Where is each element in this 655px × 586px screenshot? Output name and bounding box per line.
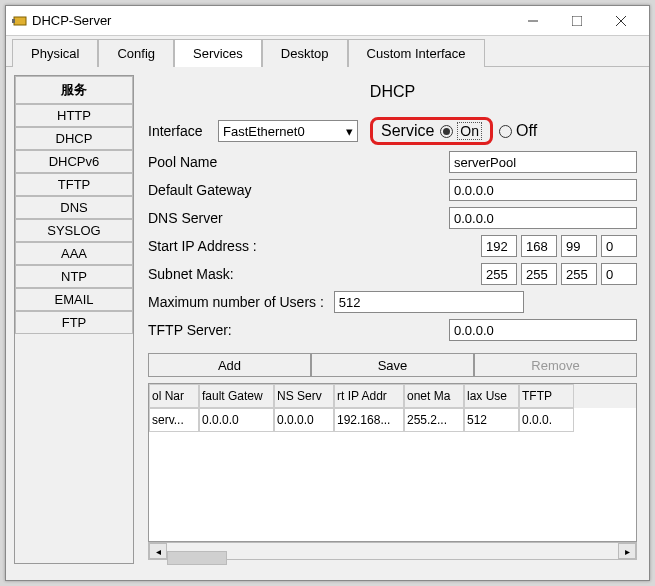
sidebar-item-dhcp[interactable]: DHCP [15,127,133,150]
cell-tftp: 0.0.0. [519,408,574,432]
th-pool-name[interactable]: ol Nar [149,384,199,408]
start-ip-group [481,235,637,257]
svg-rect-1 [12,19,15,23]
tab-config[interactable]: Config [98,39,174,67]
cell-start-ip: 192.168... [334,408,404,432]
pool-name-label: Pool Name [148,154,348,170]
cell-pool-name: serv... [149,408,199,432]
tab-desktop[interactable]: Desktop [262,39,348,67]
off-label: Off [516,122,537,140]
sidebar-header: 服务 [15,76,133,104]
services-sidebar: 服务 HTTP DHCP DHCPv6 TFTP DNS SYSLOG AAA … [14,75,134,564]
main-panel: DHCP Interface FastEthernet0 ▾ Service O… [144,75,641,564]
add-button[interactable]: Add [148,353,311,377]
tab-physical[interactable]: Physical [12,39,98,67]
interface-row: Interface FastEthernet0 ▾ Service On [148,117,637,145]
button-row: Add Save Remove [148,353,637,377]
chevron-down-icon: ▾ [346,124,353,139]
cell-dns: 0.0.0.0 [274,408,334,432]
radio-on[interactable]: On [440,122,482,140]
interface-label: Interface [148,123,218,139]
service-label: Service [381,122,434,140]
svg-rect-0 [14,17,26,25]
sidebar-item-dhcpv6[interactable]: DHCPv6 [15,150,133,173]
start-ip-2[interactable] [521,235,557,257]
on-label: On [457,122,482,140]
tftp-label: TFTP Server: [148,322,348,338]
start-ip-row: Start IP Address : [148,235,637,257]
close-button[interactable] [599,7,643,35]
cell-subnet: 255.2... [404,408,464,432]
th-subnet[interactable]: onet Ma [404,384,464,408]
tftp-input[interactable] [449,319,637,341]
tftp-row: TFTP Server: [148,319,637,341]
sidebar-item-dns[interactable]: DNS [15,196,133,219]
subnet-1[interactable] [481,263,517,285]
interface-value: FastEthernet0 [223,124,305,139]
start-ip-label: Start IP Address : [148,238,348,254]
dns-row: DNS Server [148,207,637,229]
dns-input[interactable] [449,207,637,229]
tab-bar: Physical Config Services Desktop Custom … [6,36,649,66]
gateway-row: Default Gateway [148,179,637,201]
subnet-label: Subnet Mask: [148,266,348,282]
sidebar-item-ntp[interactable]: NTP [15,265,133,288]
tab-custom-interface[interactable]: Custom Interface [348,39,485,67]
sidebar-item-ftp[interactable]: FTP [15,311,133,334]
radio-off[interactable]: Off [499,122,537,140]
subnet-4[interactable] [601,263,637,285]
start-ip-4[interactable] [601,235,637,257]
panel-title: DHCP [148,83,637,101]
table-row[interactable]: serv... 0.0.0.0 0.0.0.0 192.168... 255.2… [149,408,636,432]
max-users-input[interactable] [334,291,524,313]
pool-name-row: Pool Name [148,151,637,173]
start-ip-3[interactable] [561,235,597,257]
th-dns[interactable]: NS Serv [274,384,334,408]
radio-off-icon [499,125,512,138]
subnet-2[interactable] [521,263,557,285]
svg-rect-3 [572,16,582,26]
th-start-ip[interactable]: rt IP Addr [334,384,404,408]
cell-max: 512 [464,408,519,432]
pool-table: ol Nar fault Gatew NS Serv rt IP Addr on… [148,383,637,542]
pool-name-input[interactable] [449,151,637,173]
max-users-row: Maximum number of Users : [148,291,637,313]
remove-button[interactable]: Remove [474,353,637,377]
gateway-label: Default Gateway [148,182,348,198]
window-title: DHCP-Server [32,13,111,28]
start-ip-1[interactable] [481,235,517,257]
dns-label: DNS Server [148,210,348,226]
app-icon [12,13,28,29]
subnet-group [481,263,637,285]
subnet-row: Subnet Mask: [148,263,637,285]
scroll-thumb[interactable] [167,551,227,565]
application-window: DHCP-Server Physical Config Services Des… [5,5,650,581]
horizontal-scrollbar[interactable]: ◂ ▸ [148,542,637,560]
sidebar-item-http[interactable]: HTTP [15,104,133,127]
interface-select[interactable]: FastEthernet0 ▾ [218,120,358,142]
sidebar-item-email[interactable]: EMAIL [15,288,133,311]
cell-gateway: 0.0.0.0 [199,408,274,432]
radio-on-icon [440,125,453,138]
th-gateway[interactable]: fault Gatew [199,384,274,408]
window-controls [511,7,643,35]
scroll-right-button[interactable]: ▸ [618,543,636,559]
table-header: ol Nar fault Gatew NS Serv rt IP Addr on… [149,384,636,408]
th-max[interactable]: lax Use [464,384,519,408]
th-tftp[interactable]: TFTP [519,384,574,408]
scroll-left-button[interactable]: ◂ [149,543,167,559]
highlight-box: Service On [370,117,493,145]
sidebar-item-tftp[interactable]: TFTP [15,173,133,196]
minimize-button[interactable] [511,7,555,35]
sidebar-item-aaa[interactable]: AAA [15,242,133,265]
max-users-label: Maximum number of Users : [148,294,324,310]
maximize-button[interactable] [555,7,599,35]
sidebar-item-syslog[interactable]: SYSLOG [15,219,133,242]
title-bar: DHCP-Server [6,6,649,36]
gateway-input[interactable] [449,179,637,201]
service-toggle: Service On Off [370,117,537,145]
tab-services[interactable]: Services [174,39,262,67]
save-button[interactable]: Save [311,353,474,377]
subnet-3[interactable] [561,263,597,285]
tab-content: 服务 HTTP DHCP DHCPv6 TFTP DNS SYSLOG AAA … [6,66,649,572]
